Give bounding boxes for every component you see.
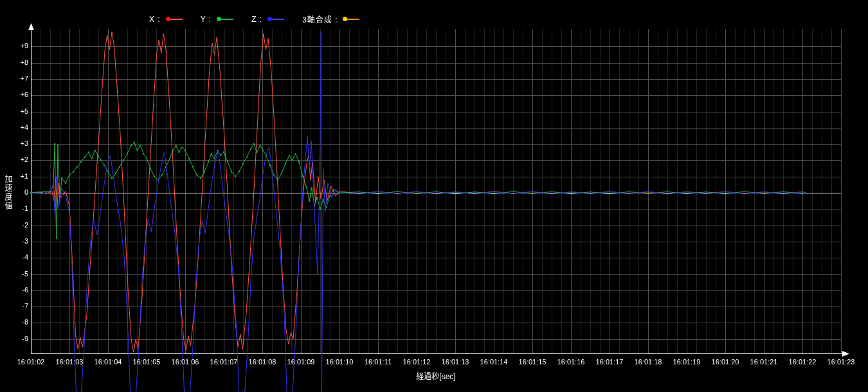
- y-tick-label: -1: [10, 204, 28, 212]
- legend-label: Y :: [201, 15, 212, 24]
- legend-line-x: [166, 19, 183, 20]
- x-tick-label: 16:01:09: [287, 358, 315, 366]
- x-tick-label: 16:01:14: [480, 358, 508, 366]
- x-tick-label: 16:01:05: [133, 358, 161, 366]
- y-tick-label: +9: [10, 42, 28, 49]
- legend-item-y: Y :: [201, 15, 233, 24]
- x-tick-label: 16:01:12: [403, 358, 431, 366]
- y-tick-label: -5: [10, 270, 28, 278]
- x-tick-label: 16:01:23: [827, 358, 855, 366]
- legend-item-z: Z :: [251, 15, 284, 24]
- y-tick-label: +8: [10, 58, 28, 66]
- y-tick-label: +1: [10, 172, 28, 180]
- y-tick-label: +2: [10, 156, 28, 163]
- legend-label: Z :: [251, 15, 262, 24]
- x-axis-title: 経過秒[sec]: [416, 370, 455, 381]
- legend-label: 3軸合成 :: [302, 13, 338, 24]
- x-tick-label: 16:01:20: [712, 358, 739, 366]
- x-tick-label: 16:01:13: [442, 358, 469, 366]
- legend-dot-composite: [343, 17, 347, 21]
- legend-label: X :: [149, 15, 161, 24]
- y-tick-label: +6: [10, 91, 28, 98]
- x-tick-label: 16:01:10: [326, 358, 354, 366]
- x-tick-label: 16:01:06: [172, 358, 199, 366]
- y-tick-label: 0: [10, 188, 28, 196]
- x-tick-label: 16:01:16: [557, 358, 585, 366]
- x-tick-label: 16:01:03: [56, 358, 84, 366]
- y-tick-label: -6: [10, 286, 28, 294]
- chart-legend: X :Y :Z :3軸合成 :: [149, 13, 359, 24]
- acceleration-chart-page: X :Y :Z :3軸合成 : 加速度値 経過秒[sec] 16:01:0216…: [0, 0, 868, 392]
- y-tick-label: -4: [10, 253, 28, 261]
- y-tick-label: +3: [10, 139, 28, 147]
- x-tick-label: 16:01:08: [249, 358, 276, 366]
- x-tick-label: 16:01:11: [365, 358, 392, 366]
- chart-canvas: [0, 0, 868, 392]
- y-tick-label: -3: [10, 237, 28, 245]
- legend-item-x: X :: [149, 15, 183, 24]
- legend-line-y: [217, 19, 233, 20]
- y-tick-label: +7: [10, 75, 28, 82]
- y-tick-label: -8: [10, 318, 28, 326]
- legend-line-composite: [343, 19, 359, 20]
- legend-line-z: [267, 19, 284, 20]
- y-tick-label: +5: [10, 107, 28, 115]
- x-tick-label: 16:01:17: [596, 358, 624, 366]
- x-tick-label: 16:01:15: [519, 358, 547, 366]
- x-tick-label: 16:01:22: [789, 358, 817, 366]
- x-tick-label: 16:01:04: [95, 358, 122, 366]
- x-tick-label: 16:01:07: [210, 358, 238, 366]
- x-tick-label: 16:01:18: [635, 358, 662, 366]
- legend-dot-z: [267, 17, 272, 21]
- y-tick-label: -7: [10, 302, 28, 310]
- x-tick-label: 16:01:02: [17, 358, 45, 366]
- y-tick-label: -2: [10, 221, 28, 229]
- x-tick-label: 16:01:19: [673, 358, 701, 366]
- x-tick-label: 16:01:21: [750, 358, 778, 366]
- y-tick-label: -9: [10, 335, 28, 343]
- legend-item-composite: 3軸合成 :: [302, 13, 359, 24]
- legend-dot-x: [166, 17, 170, 21]
- legend-dot-y: [217, 17, 221, 21]
- y-tick-label: +4: [10, 123, 28, 131]
